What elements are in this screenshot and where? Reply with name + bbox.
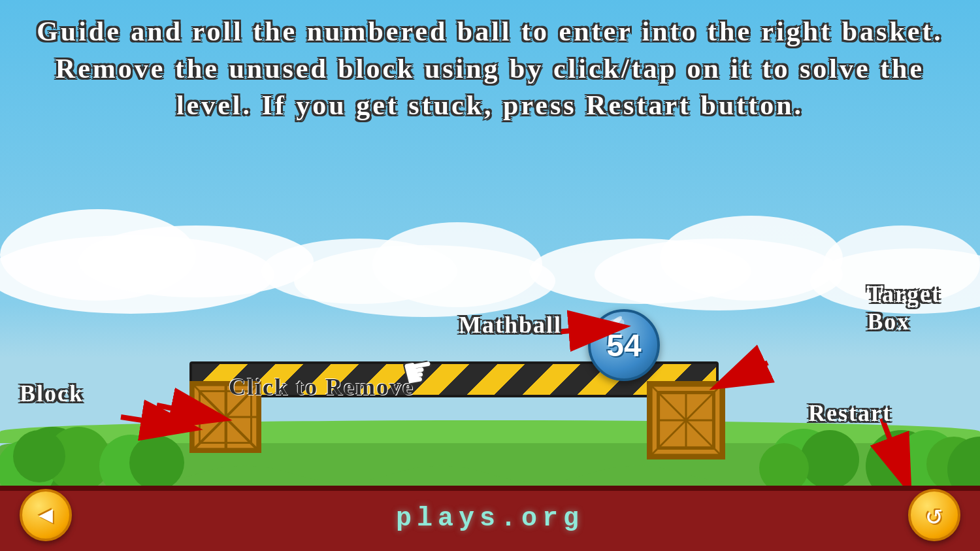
game-screen: Guide and roll the numbered ball to ente… <box>0 0 980 551</box>
svg-point-5 <box>261 239 457 304</box>
mathball: 54 <box>588 309 660 381</box>
instruction-paragraph: Guide and roll the numbered ball to ente… <box>26 13 954 124</box>
target-crate[interactable] <box>647 381 725 459</box>
target-box-label: TargetBox <box>867 280 941 335</box>
svg-point-8 <box>529 239 751 304</box>
site-url: plays.org <box>396 504 584 533</box>
back-button[interactable] <box>20 489 72 541</box>
mathball-number: 54 <box>606 327 641 363</box>
instruction-text: Guide and roll the numbered ball to ente… <box>0 7 980 131</box>
mathball-label: Mathball <box>459 311 562 339</box>
restart-label: Restart <box>808 399 892 427</box>
block-label: Block <box>20 380 84 407</box>
bottom-bar: plays.org <box>0 486 980 551</box>
click-to-remove-label: Click to Remove <box>229 373 414 401</box>
restart-button[interactable] <box>908 489 960 541</box>
target-box-text: TargetBox <box>867 281 941 335</box>
